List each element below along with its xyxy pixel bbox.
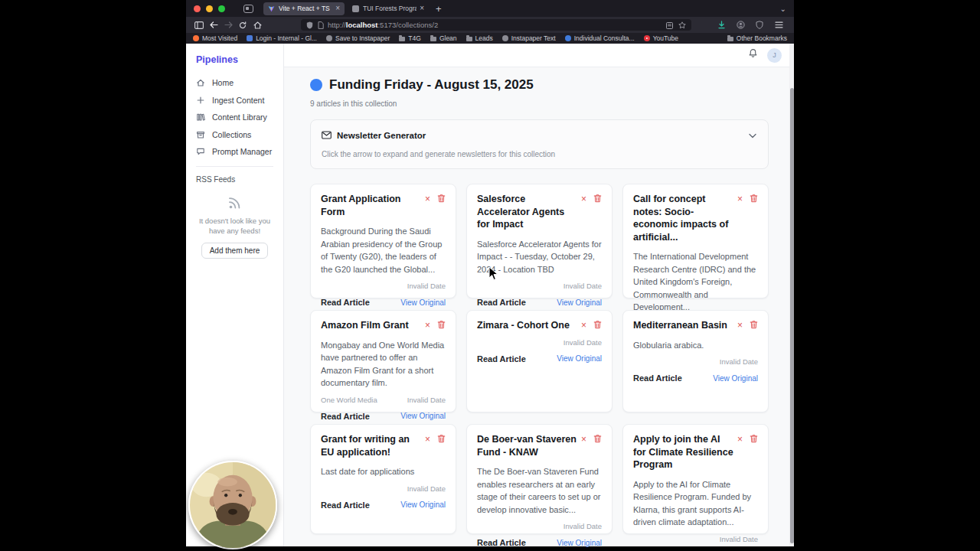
read-article-link[interactable]: Read Article <box>321 500 370 510</box>
reader-mode-icon[interactable] <box>666 18 673 32</box>
url-text: http://localhost:5173/collections/2 <box>328 21 438 29</box>
reload-button[interactable] <box>237 19 249 31</box>
view-original-link[interactable]: View Original <box>713 374 758 383</box>
rss-feeds-label: RSS Feeds <box>196 175 273 184</box>
bookmark-item[interactable]: T4G <box>399 34 421 42</box>
sidebar-item-content-library[interactable]: Content Library <box>196 112 273 122</box>
bookmark-item[interactable]: Leads <box>466 34 493 42</box>
new-tab-button[interactable]: + <box>436 4 442 14</box>
tab-close-icon[interactable]: × <box>335 5 340 12</box>
bookmark-label: Most Visited <box>202 34 237 42</box>
delete-article-icon[interactable] <box>750 434 758 443</box>
delete-article-icon[interactable] <box>437 320 446 329</box>
account-icon[interactable] <box>734 19 746 31</box>
remove-article-icon[interactable]: × <box>425 321 430 330</box>
bookmark-star-icon[interactable] <box>678 18 686 32</box>
article-summary: The De Boer-van Staveren Fund enables re… <box>477 465 602 516</box>
bookmark-item[interactable]: Most Visited <box>193 34 237 42</box>
sidebar-item-prompt-manager[interactable]: Prompt Manager <box>196 147 273 156</box>
list-tabs-chevron-icon[interactable]: ⌄ <box>780 5 786 13</box>
maximize-window-button[interactable] <box>218 5 225 12</box>
home-button[interactable] <box>251 19 263 31</box>
read-article-link[interactable]: Read Article <box>633 373 682 383</box>
remove-article-icon[interactable]: × <box>425 435 430 444</box>
sidebar-item-icon <box>196 96 205 105</box>
view-original-link[interactable]: View Original <box>400 500 446 509</box>
read-article-link[interactable]: Read Article <box>321 412 370 421</box>
view-original-link[interactable]: View Original <box>400 298 446 307</box>
article-source <box>633 535 712 544</box>
tab-strip: Vite + React + TS × TUI Forests Programm… <box>263 2 429 15</box>
view-original-link[interactable]: View Original <box>557 539 602 547</box>
read-article-link[interactable]: Read Article <box>477 298 526 307</box>
bookmark-favicon <box>466 37 472 41</box>
browser-tab[interactable]: TUI Forests Programme Call fo × <box>348 2 429 15</box>
close-window-button[interactable] <box>194 5 201 12</box>
bookmark-item[interactable]: Instapaper Text <box>502 34 556 42</box>
notifications-bell-icon[interactable] <box>748 48 758 62</box>
bookmark-item[interactable]: Glean <box>430 34 457 42</box>
delete-article-icon[interactable] <box>593 320 602 329</box>
remove-article-icon[interactable]: × <box>581 321 586 330</box>
sidebar-item-collections[interactable]: Collections <box>196 130 273 139</box>
firefox-view-icon[interactable] <box>243 5 253 13</box>
read-article-link[interactable]: Read Article <box>321 298 370 307</box>
sidebar-item-icon <box>196 78 205 87</box>
article-title: Grant Application Form <box>321 193 425 218</box>
delete-article-icon[interactable] <box>593 434 602 443</box>
article-source <box>321 484 400 494</box>
tab-close-icon[interactable]: × <box>420 5 424 12</box>
read-article-link[interactable]: Read Article <box>477 538 526 547</box>
remove-article-icon[interactable]: × <box>737 321 743 330</box>
sidebar-item-home[interactable]: Home <box>196 78 273 87</box>
article-card: De Boer-van Staveren Fund - KNAW × The D… <box>466 424 612 534</box>
menu-icon[interactable] <box>773 19 785 31</box>
bookmark-item[interactable]: Individual Consulta... <box>565 34 635 42</box>
remove-article-icon[interactable]: × <box>737 194 743 204</box>
view-original-link[interactable]: View Original <box>557 354 602 363</box>
article-date: Invalid Date <box>407 484 446 494</box>
article-summary: Last date for applications <box>321 465 446 478</box>
sidebar-toggle-icon[interactable] <box>193 19 205 31</box>
view-original-link[interactable]: View Original <box>400 412 446 420</box>
delete-article-icon[interactable] <box>750 194 758 203</box>
remove-article-icon[interactable]: × <box>581 435 586 444</box>
delete-article-icon[interactable] <box>750 320 758 329</box>
sidebar-nav: Home Ingest Content Content Library Coll… <box>196 78 273 156</box>
read-article-link[interactable]: Read Article <box>477 354 526 364</box>
newsletter-hint: Click the arrow to expand and generate n… <box>322 150 757 158</box>
remove-article-icon[interactable]: × <box>425 194 430 204</box>
remove-article-icon[interactable]: × <box>737 435 743 444</box>
add-feeds-button[interactable]: Add them here <box>201 243 269 259</box>
downloads-icon[interactable] <box>715 19 727 31</box>
scrollbar-thumb[interactable] <box>790 88 794 543</box>
delete-article-icon[interactable] <box>593 194 602 203</box>
bookmark-item[interactable]: YouTube <box>644 34 678 42</box>
other-bookmarks[interactable]: Other Bookmarks <box>727 34 787 42</box>
browser-tab[interactable]: Vite + React + TS × <box>263 2 345 15</box>
bookmark-item[interactable]: Save to Instapaper <box>326 34 390 42</box>
user-avatar[interactable]: J <box>767 48 782 63</box>
minimize-window-button[interactable] <box>206 5 213 12</box>
page-info-icon[interactable] <box>318 18 324 32</box>
address-bar[interactable]: http://localhost:5173/collections/2 <box>301 19 691 31</box>
view-original-link[interactable]: View Original <box>557 298 602 307</box>
article-date: Invalid Date <box>564 522 602 531</box>
scrollbar[interactable] <box>789 44 794 546</box>
bookmark-item[interactable]: Login - Internal - Gl... <box>247 34 317 42</box>
extension-icon[interactable] <box>753 19 766 31</box>
remove-article-icon[interactable]: × <box>581 194 586 204</box>
tracking-shield-icon[interactable] <box>306 18 313 32</box>
sidebar-item-ingest-content[interactable]: Ingest Content <box>196 96 273 105</box>
back-button[interactable] <box>207 19 220 31</box>
articles-grid: Grant Application Form × Background Duri… <box>310 184 769 534</box>
delete-article-icon[interactable] <box>437 434 446 443</box>
sidebar-item-label: Home <box>212 78 234 87</box>
forward-button[interactable] <box>222 19 234 31</box>
collection-count: 9 articles in this collection <box>310 99 769 108</box>
article-title: Call for concept notes: Socio-economic i… <box>633 193 737 243</box>
expand-chevron-icon[interactable] <box>748 129 757 142</box>
bookmarks-bar: Most Visited Login - Internal - Gl... Sa… <box>186 33 794 44</box>
delete-article-icon[interactable] <box>437 194 446 203</box>
bookmark-favicon <box>326 35 332 41</box>
